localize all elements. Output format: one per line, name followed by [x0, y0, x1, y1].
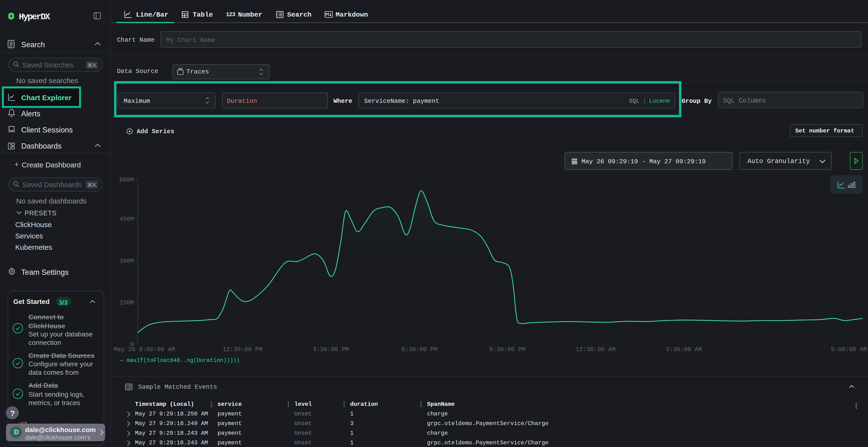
svg-text:3:30:00 AM: 3:30:00 AM [666, 346, 702, 353]
svg-text:9:00:00 AM: 9:00:00 AM [831, 346, 867, 353]
svg-text:May 26 9:00:00 AM: May 26 9:00:00 AM [114, 346, 175, 353]
svg-text:9:30:00 PM: 9:30:00 PM [489, 346, 525, 353]
svg-text:150M: 150M [119, 299, 134, 306]
svg-text:6:30:00 PM: 6:30:00 PM [401, 346, 438, 353]
svg-text:300M: 300M [119, 258, 134, 265]
svg-text:600M: 600M [119, 176, 134, 183]
svg-text:12:30:00 PM: 12:30:00 PM [222, 346, 262, 353]
svg-text:3:30:00 PM: 3:30:00 PM [313, 346, 349, 353]
svg-text:450M: 450M [119, 216, 134, 223]
svg-text:— maxIf(toFloat640..ng(Duratio: — maxIf(toFloat640..ng(Duration))))) [120, 357, 240, 364]
svg-text:12:30:00 AM: 12:30:00 AM [576, 346, 615, 353]
